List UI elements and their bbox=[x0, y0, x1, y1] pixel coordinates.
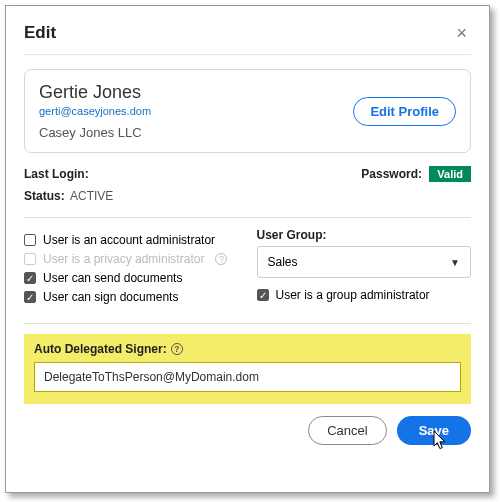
save-button[interactable]: Save bbox=[397, 416, 471, 445]
modal-header: Edit × bbox=[24, 22, 471, 55]
checkbox-label: User is a privacy administrator bbox=[43, 252, 204, 266]
auto-delegate-label: Auto Delegated Signer: bbox=[34, 342, 167, 356]
checkbox-group-admin[interactable]: ✓ User is a group administrator bbox=[257, 288, 472, 302]
checkbox-privacy-admin: User is a privacy administrator ? bbox=[24, 252, 239, 266]
permissions-section: User is an account administrator User is… bbox=[24, 228, 471, 309]
password: Password: Valid bbox=[361, 167, 471, 181]
modal-title: Edit bbox=[24, 23, 56, 43]
checkbox-icon bbox=[24, 234, 36, 246]
divider-1 bbox=[24, 217, 471, 218]
edit-profile-button[interactable]: Edit Profile bbox=[353, 97, 456, 126]
checkbox-account-admin[interactable]: User is an account administrator bbox=[24, 233, 239, 247]
meta-section: Last Login: Password: Valid Status: ACTI… bbox=[24, 167, 471, 203]
user-group-label: User Group: bbox=[257, 228, 472, 242]
user-company: Casey Jones LLC bbox=[39, 125, 151, 140]
cancel-button[interactable]: Cancel bbox=[308, 416, 386, 445]
checkbox-label: User is an account administrator bbox=[43, 233, 215, 247]
user-name: Gertie Jones bbox=[39, 82, 151, 103]
profile-card: Gertie Jones gerti@caseyjones.dom Casey … bbox=[24, 69, 471, 153]
checkbox-can-sign[interactable]: ✓ User can sign documents bbox=[24, 290, 239, 304]
checkbox-label: User can send documents bbox=[43, 271, 182, 285]
meta-row-1: Last Login: Password: Valid bbox=[24, 167, 471, 181]
checkbox-icon: ✓ bbox=[257, 289, 269, 301]
profile-info: Gertie Jones gerti@caseyjones.dom Casey … bbox=[39, 82, 151, 140]
user-group-value: Sales bbox=[268, 255, 298, 269]
permissions-right: User Group: Sales ▼ ✓ User is a group ad… bbox=[257, 228, 472, 309]
status-row: Status: ACTIVE bbox=[24, 189, 471, 203]
close-icon[interactable]: × bbox=[452, 22, 471, 44]
auto-delegate-section: Auto Delegated Signer: ? bbox=[24, 334, 471, 404]
user-email-link[interactable]: gerti@caseyjones.dom bbox=[39, 105, 151, 117]
checkbox-icon: ✓ bbox=[24, 291, 36, 303]
checkbox-can-send[interactable]: ✓ User can send documents bbox=[24, 271, 239, 285]
auto-delegate-label-row: Auto Delegated Signer: ? bbox=[34, 342, 461, 356]
checkbox-icon: ✓ bbox=[24, 272, 36, 284]
footer: Cancel Save bbox=[24, 416, 471, 445]
checkbox-label: User is a group administrator bbox=[276, 288, 430, 302]
status-value: ACTIVE bbox=[70, 189, 113, 203]
chevron-down-icon: ▼ bbox=[450, 257, 460, 268]
permissions-left: User is an account administrator User is… bbox=[24, 228, 239, 309]
password-label: Password: bbox=[361, 167, 422, 181]
status-label: Status: bbox=[24, 189, 65, 203]
help-icon[interactable]: ? bbox=[215, 253, 227, 265]
last-login: Last Login: bbox=[24, 167, 89, 181]
help-icon[interactable]: ? bbox=[171, 343, 183, 355]
checkbox-label: User can sign documents bbox=[43, 290, 178, 304]
auto-delegate-input[interactable] bbox=[34, 362, 461, 392]
password-badge: Valid bbox=[429, 166, 471, 182]
checkbox-icon bbox=[24, 253, 36, 265]
divider-2 bbox=[24, 323, 471, 324]
user-group-select[interactable]: Sales ▼ bbox=[257, 246, 472, 278]
edit-user-modal: Edit × Gertie Jones gerti@caseyjones.dom… bbox=[5, 5, 490, 493]
last-login-label: Last Login: bbox=[24, 167, 89, 181]
